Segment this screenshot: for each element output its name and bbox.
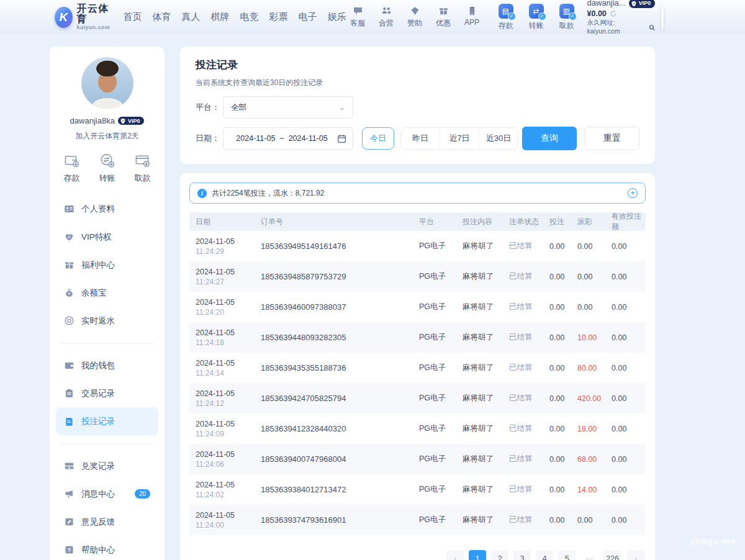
sidebar-item-transactions[interactable]: 交易记录 <box>56 379 158 407</box>
sidebar-item-feedback[interactable]: 意见反馈 <box>56 508 158 536</box>
page-button-2[interactable]: 2 <box>491 550 508 560</box>
customer-service-link[interactable]: 客服 <box>346 6 369 29</box>
page-button-last[interactable]: 226 <box>603 550 622 560</box>
records-card: i 共计2254笔投注，流水：8,721.92 + 日期 订单号 平台 投注内容… <box>180 173 655 560</box>
refresh-icon[interactable] <box>610 10 617 17</box>
deposit-link[interactable]: ▤✓ 存款 <box>494 4 518 31</box>
page-button-4[interactable]: 4 <box>536 550 553 560</box>
quick-date-7days[interactable]: 近7日 <box>440 128 479 149</box>
col-header-valid: 有效投注额 <box>612 211 646 232</box>
welfare-gift-icon <box>64 260 74 270</box>
sidebar-item-yuebao[interactable]: 余额宝 <box>56 279 158 307</box>
platform-select[interactable]: 全部 ⌄ <box>223 96 353 119</box>
sponsor-link[interactable]: 赞助 <box>404 6 427 29</box>
sidebar-item-help[interactable]: ? 帮助中心 <box>56 536 158 560</box>
join-days-text: 加入开云体育第2天 <box>50 131 165 142</box>
sidebar-withdraw-button[interactable]: 取款 <box>134 152 151 184</box>
table-row: 2024-11-0511:24:00 1853639374793616901 P… <box>189 505 646 535</box>
nav-lottery[interactable]: 彩票 <box>269 11 288 23</box>
table-row: 2024-11-0511:24:09 1853639412328440320 P… <box>189 413 646 444</box>
platform-selected-value: 全部 <box>231 102 246 113</box>
nav-esports[interactable]: 电竞 <box>240 11 259 23</box>
table-row: 2024-11-0511:24:02 1853639384012713472 P… <box>189 474 646 505</box>
next-page-button[interactable]: › <box>627 550 644 560</box>
transfer-link[interactable]: ⇄✓ 转账 <box>524 4 549 31</box>
nav-live[interactable]: 真人 <box>182 11 201 23</box>
rebate-coin-icon <box>64 315 74 326</box>
summary-bar: i 共计2254笔投注，流水：8,721.92 + <box>189 183 646 204</box>
sidebar-item-welfare[interactable]: 福利中心 <box>56 251 158 279</box>
date-range-input[interactable]: 2024-11-05 ~ 2024-11-05 <box>223 127 353 150</box>
page-button-1[interactable]: 1 <box>469 550 486 560</box>
nav-sports[interactable]: 体育 <box>153 11 171 23</box>
magnifier-icon[interactable] <box>649 24 655 31</box>
reset-button[interactable]: 重置 <box>585 127 639 150</box>
platform-label: 平台： <box>196 102 223 113</box>
top-quick-links: 客服 合营 赞助 优惠 APP <box>346 6 484 29</box>
megaphone-icon <box>64 489 74 499</box>
sidebar-item-wallet[interactable]: 我的钱包 <box>56 351 158 379</box>
permanent-url: 永久网址: kaiyun.com <box>587 19 647 35</box>
sidebar-item-vip[interactable]: VIP特权 <box>56 223 158 251</box>
table-row: 2024-11-0511:24:20 1853639460097388037 P… <box>189 292 646 322</box>
brand-logo[interactable]: K 开云体育 kaiyun.com <box>55 4 114 30</box>
feedback-icon <box>64 517 74 527</box>
expand-plus-icon[interactable]: + <box>628 188 638 198</box>
user-display-name[interactable]: dawanjia... <box>587 0 626 9</box>
main-content: 投注记录 当前系统支持查询最近30日的投注记录 平台： 全部 ⌄ 日期： 202… <box>180 47 655 560</box>
date-label: 日期： <box>196 133 223 144</box>
bet-doc-icon <box>64 416 74 427</box>
page-button-3[interactable]: 3 <box>513 550 531 560</box>
quick-date-today[interactable]: 今日 <box>362 127 394 150</box>
page: K 开云体育 kaiyun.com 首页 体育 真人 棋牌 电竞 彩票 电子 娱… <box>0 0 745 560</box>
profile-panel: dawanjia8ka VIP0 加入开云体育第2天 <box>50 47 165 142</box>
top-nav: 首页 体育 真人 棋牌 电竞 彩票 电子 娱乐 <box>124 11 346 23</box>
col-header-order: 订单号 <box>261 217 419 227</box>
date-end: 2024-11-05 <box>289 134 328 143</box>
page-subtitle: 当前系统支持查询最近30日的投注记录 <box>196 78 639 88</box>
promotions-link[interactable]: 优惠 <box>432 6 455 29</box>
brand-domain: kaiyun.com <box>77 25 114 30</box>
page-title: 投注记录 <box>196 58 639 72</box>
user-avatar[interactable] <box>661 4 664 31</box>
sidebar-item-prize-records[interactable]: 兑奖记录 <box>56 452 158 480</box>
sidebar-item-profile[interactable]: 个人资料 <box>56 195 158 223</box>
col-header-bet: 投注 <box>549 217 577 227</box>
table-row: 2024-11-0511:24:14 1853639435355188736 P… <box>189 353 646 383</box>
sidebar-item-bet-records[interactable]: 投注记录 <box>56 407 158 435</box>
quick-date-30days[interactable]: 近30日 <box>479 128 518 149</box>
sidebar-item-messages[interactable]: 消息中心 20 <box>56 480 158 508</box>
quick-date-yesterday[interactable]: 昨日 <box>401 128 440 149</box>
balance-value: ¥0.00 <box>587 9 607 19</box>
deposit-outline-icon <box>63 152 80 169</box>
prev-page-button[interactable]: ‹ <box>446 550 464 560</box>
partner-link[interactable]: 合营 <box>375 6 398 29</box>
profile-avatar[interactable] <box>81 57 133 109</box>
quick-date-group: 昨日 近7日 近30日 <box>400 127 518 150</box>
nav-home[interactable]: 首页 <box>124 11 142 23</box>
col-header-payout: 派彩 <box>577 217 612 227</box>
sidebar-deposit-button[interactable]: 存款 <box>63 152 80 184</box>
query-button[interactable]: 查询 <box>522 127 577 150</box>
withdraw-link[interactable]: ▥✓ 取款 <box>554 4 579 31</box>
withdraw-card-icon: ▥✓ <box>559 4 574 19</box>
col-header-platform: 平台 <box>419 217 463 227</box>
sidebar-quick-actions: 存款 转账 取款 <box>50 142 165 191</box>
sidebar-transfer-button[interactable]: 转账 <box>99 152 115 184</box>
page-button-5[interactable]: 5 <box>558 550 576 560</box>
app-download-link[interactable]: APP <box>461 6 484 29</box>
wallet-links: ▤✓ 存款 ⇄✓ 转账 ▥✓ 取款 <box>494 4 579 31</box>
sidebar-item-rebate[interactable]: 实时返水 <box>56 307 158 335</box>
help-icon: ? <box>64 544 74 555</box>
filter-card: 投注记录 当前系统支持查询最近30日的投注记录 平台： 全部 ⌄ 日期： 202… <box>180 47 655 164</box>
nav-cards[interactable]: 棋牌 <box>211 11 230 23</box>
table-row: 2024-11-0511:24:12 1853639424705825794 P… <box>189 383 646 413</box>
money-pouch-icon <box>64 287 74 298</box>
table-row: 2024-11-0511:24:29 1853639495149161476 P… <box>189 231 646 261</box>
vip-badge: VIP0 <box>629 0 656 8</box>
transfer-icon: ⇄✓ <box>529 4 544 19</box>
nav-entertainment[interactable]: 娱乐 <box>328 11 346 23</box>
svg-text:?: ? <box>68 547 71 553</box>
withdraw-outline-icon <box>134 152 151 169</box>
nav-slots[interactable]: 电子 <box>299 11 317 23</box>
